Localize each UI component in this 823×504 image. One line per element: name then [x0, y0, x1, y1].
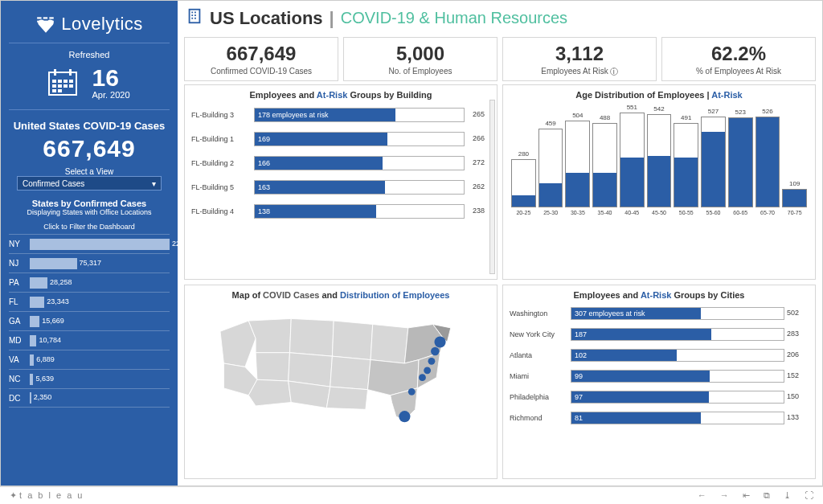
state-bar	[30, 374, 33, 385]
svg-rect-25	[194, 18, 196, 19]
page-subtitle: COVID-19 & Human Resources	[341, 9, 567, 27]
us-map[interactable]	[191, 303, 490, 424]
card-map-title: Map of COVID Cases and Distribution of E…	[191, 290, 490, 300]
age-x-label: 50-55	[679, 210, 694, 215]
svg-point-29	[424, 367, 431, 374]
city-row[interactable]: Miami99152	[510, 366, 784, 387]
city-row[interactable]: Richmond81133	[510, 408, 784, 428]
age-total-label: 504	[572, 112, 583, 119]
age-risk-fill	[566, 173, 589, 207]
svg-rect-9	[52, 80, 56, 83]
state-value: 28,258	[50, 278, 72, 286]
state-row[interactable]: FL23,343	[9, 292, 170, 311]
age-col[interactable]: 50430-35	[565, 112, 590, 215]
states-heading: States by Confirmed Cases	[32, 199, 146, 208]
refreshed-label: Refreshed	[69, 50, 110, 59]
state-row[interactable]: NC5,639	[9, 369, 170, 388]
svg-rect-18	[58, 89, 62, 92]
svg-point-27	[431, 346, 440, 355]
card-map: Map of COVID Cases and Distribution of E…	[184, 285, 497, 480]
age-col[interactable]: 52360-65	[728, 109, 753, 215]
age-risk-fill	[512, 195, 535, 207]
us-cases-label: United States COVID-19 Cases	[14, 120, 166, 132]
states-bar-chart[interactable]: NY223,691NJ75,317PA28,258FL23,343GA15,66…	[9, 234, 170, 408]
nav-back-icon[interactable]: ←	[698, 490, 706, 500]
city-label: Philadelphia	[510, 393, 566, 401]
state-abbr: VA	[9, 355, 27, 364]
building-row[interactable]: FL-Building 2166272	[191, 151, 465, 175]
building-label: FL-Building 3	[191, 111, 249, 119]
age-bar-chart[interactable]: 28020-2545925-3050430-3548835-4055140-45…	[510, 103, 809, 215]
age-risk-fill	[702, 132, 725, 207]
state-row[interactable]: MD10,784	[9, 330, 170, 350]
age-col[interactable]: 52665-70	[755, 108, 780, 215]
card-buildings: Employees and At-Risk Groups by Building…	[184, 84, 497, 280]
age-bar	[647, 114, 672, 207]
page-title-sep: |	[330, 8, 334, 29]
building-risk-bar: 178 employees at risk	[255, 109, 395, 121]
age-bar	[782, 189, 807, 207]
building-total-bar: 163262	[254, 180, 465, 195]
svg-rect-14	[58, 84, 62, 88]
state-row[interactable]: NJ75,317	[9, 253, 170, 272]
city-total-bar: 97150	[571, 391, 784, 404]
select-view-dropdown[interactable]: Confirmed Cases ▾	[17, 176, 162, 191]
building-label: FL-Building 4	[191, 207, 249, 215]
age-col[interactable]: 52755-60	[701, 108, 726, 215]
buildings-bar-chart[interactable]: FL-Building 3178 employees at risk265FL-…	[191, 103, 490, 223]
state-row[interactable]: GA15,669	[9, 311, 170, 330]
calendar-icon	[48, 68, 77, 96]
divider	[9, 43, 170, 43]
building-risk-bar: 169	[255, 133, 387, 145]
age-total-label: 523	[735, 109, 746, 116]
building-label: FL-Building 2	[191, 159, 249, 167]
card-cities: Employees and At-Risk Groups by Cities W…	[502, 285, 816, 480]
building-total-label: 272	[473, 158, 485, 166]
age-col[interactable]: 10970-75	[782, 180, 807, 215]
building-row[interactable]: FL-Building 5163262	[191, 175, 465, 199]
age-risk-fill	[620, 158, 644, 207]
age-total-label: 109	[789, 180, 800, 187]
nav-forward-icon[interactable]: →	[720, 490, 729, 500]
card-buildings-title: Employees and At-Risk Groups by Building	[191, 90, 490, 100]
scrollbar[interactable]	[489, 100, 495, 274]
state-row[interactable]: DC2,350	[9, 388, 170, 408]
fullscreen-icon[interactable]: ⛶	[805, 490, 813, 500]
svg-rect-21	[194, 12, 196, 14]
age-col[interactable]: 54245-50	[647, 105, 672, 215]
revert-icon[interactable]: ⇤	[743, 490, 750, 500]
age-bar	[728, 117, 753, 207]
kpi-value: 5,000	[347, 43, 493, 65]
share-icon[interactable]: ⧉	[764, 490, 770, 500]
state-value: 2,350	[34, 393, 52, 401]
building-row[interactable]: FL-Building 4138238	[191, 199, 465, 223]
download-icon[interactable]: ⤓	[784, 490, 791, 500]
city-row[interactable]: New York City187283	[510, 324, 784, 345]
state-abbr: PA	[9, 278, 27, 287]
tableau-footer: ✦ t a b l e a u ← → ⇤ ⧉ ⤓ ⛶	[0, 486, 823, 504]
state-row[interactable]: VA6,889	[9, 350, 170, 369]
cities-bar-chart[interactable]: Washington307 employees at risk502New Yo…	[510, 303, 809, 428]
city-row[interactable]: Washington307 employees at risk502	[510, 303, 784, 324]
age-total-label: 526	[762, 108, 772, 115]
state-abbr: DC	[9, 394, 27, 403]
building-row[interactable]: FL-Building 1169266	[191, 127, 465, 151]
age-col[interactable]: 45925-30	[538, 120, 563, 215]
age-col[interactable]: 49150-55	[674, 114, 698, 215]
age-bar	[674, 123, 698, 207]
age-x-label: 35-40	[598, 210, 612, 215]
city-row[interactable]: Philadelphia97150	[510, 387, 784, 408]
age-col[interactable]: 28020-25	[511, 150, 536, 215]
age-col[interactable]: 55140-45	[620, 104, 645, 215]
building-total-bar: 178 employees at risk265	[254, 108, 465, 122]
svg-rect-13	[52, 84, 56, 88]
info-icon[interactable]: i	[610, 68, 618, 76]
building-row[interactable]: FL-Building 3178 employees at risk265	[191, 103, 465, 127]
kpi-label: Employees At Riski	[506, 67, 653, 76]
city-risk-bar: 81	[571, 412, 701, 424]
state-row[interactable]: PA28,258	[9, 272, 170, 292]
age-risk-fill	[648, 156, 671, 207]
state-row[interactable]: NY223,691	[9, 234, 170, 253]
age-col[interactable]: 48835-40	[592, 114, 617, 215]
city-row[interactable]: Atlanta102206	[510, 345, 784, 366]
